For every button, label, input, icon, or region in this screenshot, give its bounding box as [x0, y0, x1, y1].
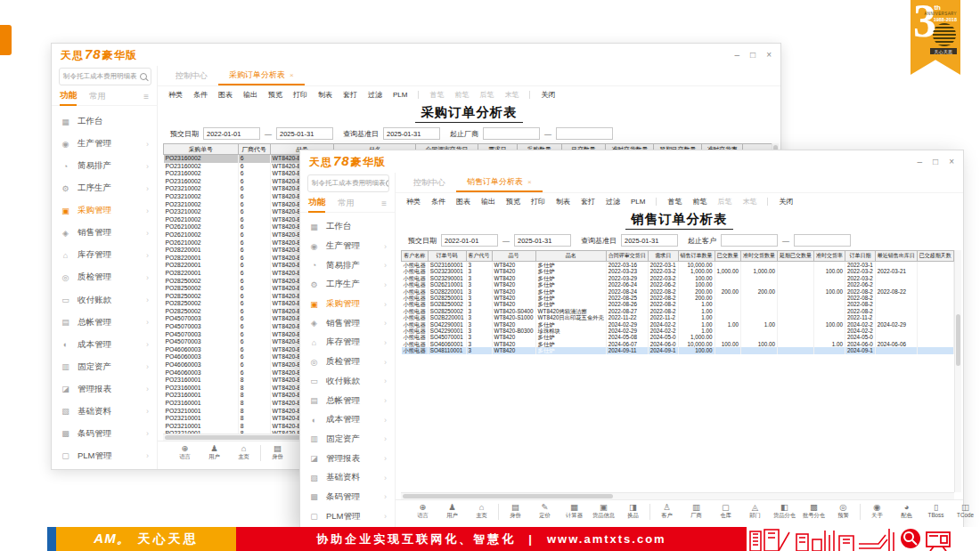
cell[interactable]: 1.00	[678, 314, 715, 320]
cell[interactable]: SO45070001	[428, 334, 466, 340]
cell[interactable]: 3	[466, 328, 492, 334]
toolbar-语言[interactable]: ⊕语言	[408, 503, 437, 520]
cell[interactable]	[715, 295, 741, 301]
menu-item-前笔[interactable]: 前笔	[692, 197, 706, 207]
sidebar-tab-功能[interactable]: 功能	[308, 194, 325, 213]
cell[interactable]	[741, 328, 778, 334]
cell[interactable]: SO2B220001	[428, 314, 466, 320]
cell[interactable]: 多仕炉	[535, 262, 606, 269]
sidebar-item-管理报表[interactable]: ◪管理报表›	[300, 449, 395, 468]
menu-item-预览[interactable]: 预览	[268, 90, 282, 100]
cell[interactable]: SO42290001	[428, 328, 466, 334]
column-header-品名[interactable]: 品名	[535, 251, 606, 262]
cell[interactable]: 2022-06-2	[845, 281, 876, 288]
cell[interactable]: 2022-08-25	[606, 295, 648, 301]
cell[interactable]	[715, 308, 741, 314]
cell[interactable]: 多仕炉	[535, 341, 606, 347]
toolbar-TCode[interactable]: ◫TCode	[951, 503, 980, 518]
cell[interactable]: PO46060003	[164, 346, 239, 354]
cell[interactable]: PO23160001	[164, 400, 239, 408]
column-header-客户名称[interactable]: 客户名称	[402, 251, 429, 262]
sidebar-item-质检管理[interactable]: ◎质检管理›	[52, 266, 157, 288]
cell[interactable]: 2022-08-2	[648, 301, 678, 307]
cell[interactable]: 1,000.00	[715, 268, 741, 274]
cell[interactable]: WT8420烤箱清洁擦	[535, 308, 606, 314]
cell[interactable]: SO23290001	[428, 275, 466, 281]
column-header-销售订单数量[interactable]: 销售订单数量	[678, 251, 715, 262]
cell[interactable]: 2022-08-22	[875, 288, 917, 295]
restore-icon[interactable]: □	[933, 158, 938, 166]
horizontal-scrollbar[interactable]	[401, 492, 954, 499]
table-row[interactable]: 小熊电器SO422900013WT8420多仕炉2024-02-292024-0…	[402, 321, 962, 328]
cell[interactable]: 3	[466, 308, 492, 314]
cell[interactable]: 多仕炉	[535, 281, 606, 288]
cell[interactable]: 6	[238, 315, 270, 323]
cell[interactable]: 多仕炉	[535, 268, 606, 274]
cell[interactable]: 小熊电器	[402, 288, 429, 295]
cell[interactable]	[917, 314, 953, 320]
cell[interactable]	[917, 301, 953, 307]
cell[interactable]: 6	[238, 323, 270, 331]
cell[interactable]: PO26210002	[164, 223, 239, 231]
cell[interactable]: PO46060003	[164, 369, 239, 377]
cell[interactable]: 2022-08-2	[648, 295, 678, 301]
cell[interactable]: PO23160001	[164, 392, 239, 400]
cell[interactable]: 2024-06-07	[606, 341, 648, 347]
toolbar-主页[interactable]: ⌂主页	[229, 444, 258, 461]
tab-销售订单分析表[interactable]: 销售订单分析表×	[456, 173, 543, 192]
column-header-客户代号[interactable]: 客户代号	[466, 251, 492, 262]
sidebar-item-简易排产[interactable]: ◔简易排产›	[52, 155, 157, 177]
cell[interactable]: 多仕炉	[535, 334, 606, 340]
menu-item-条件[interactable]: 条件	[431, 197, 445, 207]
cell[interactable]: 100.00	[678, 347, 715, 353]
cell[interactable]: 1.00	[741, 321, 778, 328]
sidebar-item-固定资产[interactable]: ▥固定资产›	[300, 430, 395, 450]
cell[interactable]: 2024-05-08	[606, 334, 648, 340]
column-header-准时交货数量[interactable]: 准时交货数量	[741, 251, 778, 262]
cell[interactable]	[814, 328, 845, 334]
table-row[interactable]: 小熊电器SO422900013WT8420-B0300珍珠棉块2024-02-2…	[402, 328, 962, 334]
hamburger-icon[interactable]: ≡	[143, 92, 149, 101]
cell[interactable]: 多仕炉	[535, 321, 606, 328]
cell[interactable]: 3	[466, 288, 492, 295]
cell[interactable]: 2022-11-2	[845, 314, 876, 320]
minimize-icon[interactable]: –	[735, 51, 740, 60]
sidebar-item-收付账款[interactable]: ▭收付账款›	[300, 372, 395, 392]
cell[interactable]: 小熊电器	[402, 301, 429, 307]
cell[interactable]: PO46060003	[164, 361, 239, 369]
cell[interactable]: SO23230001	[428, 268, 466, 274]
cell[interactable]: WT8420	[492, 295, 535, 301]
cell[interactable]: 2024-02-29	[606, 328, 648, 334]
toolbar-换品[interactable]: ◨换品	[618, 503, 648, 520]
menu-item-制表[interactable]: 制表	[318, 90, 332, 100]
base-date-field[interactable]: 2025-01-31	[383, 127, 440, 140]
cell[interactable]: 2024-06-0	[648, 341, 678, 347]
cell[interactable]: 3	[466, 262, 492, 269]
cell[interactable]	[917, 268, 953, 274]
menu-item-关闭[interactable]: 关闭	[779, 197, 793, 207]
cell[interactable]	[917, 275, 953, 281]
toolbar-计算器[interactable]: ▦计算器	[559, 503, 589, 520]
cell[interactable]: 2022-03-2	[845, 275, 876, 281]
sidebar-item-固定资产[interactable]: ▥固定资产›	[52, 356, 157, 378]
table-row[interactable]: 小熊电器SO481100013WT8420多仕炉2024-09-112024-0…	[402, 347, 962, 353]
cell[interactable]: 2024-05-0	[648, 334, 678, 340]
cell[interactable]: SO23160001	[428, 262, 466, 269]
cell[interactable]: 1,000.00	[678, 268, 715, 274]
cell[interactable]	[741, 314, 778, 320]
cell[interactable]: WT8420	[492, 262, 535, 269]
base-date-field[interactable]: 2025-01-31	[621, 234, 678, 247]
cell[interactable]: 6	[238, 331, 270, 339]
cell[interactable]	[814, 301, 845, 307]
cell[interactable]	[917, 295, 953, 301]
cell[interactable]: 6	[238, 208, 270, 216]
menu-item-制表[interactable]: 制表	[556, 197, 570, 207]
cell[interactable]	[917, 341, 953, 347]
column-header-采购单号[interactable]: 采购单号	[164, 144, 239, 155]
vertical-scrollbar[interactable]	[954, 250, 961, 492]
cell[interactable]	[917, 308, 953, 314]
cell[interactable]: 200.00	[741, 288, 778, 295]
cell[interactable]: SO28220001	[428, 288, 466, 295]
cell[interactable]	[778, 308, 814, 314]
table-row[interactable]: 小熊电器SO232900013WT8420多仕炉2022-03-292022-0…	[402, 275, 962, 281]
